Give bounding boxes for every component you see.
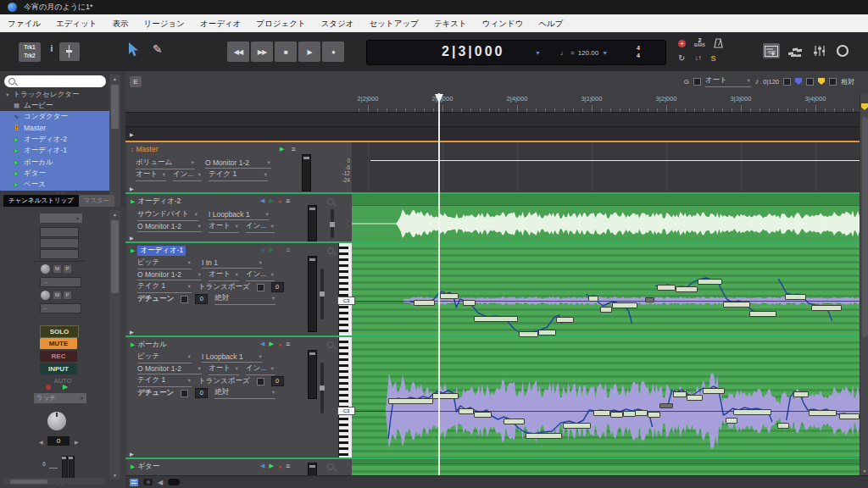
automation-dropdown[interactable]: オート▼ bbox=[136, 169, 166, 181]
pitch-mode-dropdown[interactable]: 絶対▼ bbox=[214, 387, 275, 399]
pitch-note-block[interactable] bbox=[593, 410, 610, 416]
sequence-editor-icon[interactable] bbox=[763, 43, 780, 58]
transpose-value[interactable]: 0 bbox=[271, 282, 284, 292]
play-button[interactable]: ▶ bbox=[298, 42, 320, 62]
take-dropdown[interactable]: テイク 1▼ bbox=[137, 375, 192, 387]
detune-checkbox[interactable] bbox=[181, 390, 188, 397]
master-name-row[interactable]: ↕ Master bbox=[131, 145, 158, 153]
pitch-note-block[interactable] bbox=[749, 311, 776, 317]
menu-item-8[interactable]: テキスト bbox=[426, 14, 475, 32]
insert-selector-dropdown[interactable]: ▼ bbox=[40, 214, 82, 223]
play-enable-icon[interactable]: ▶ bbox=[269, 463, 273, 469]
track-volume-fader[interactable] bbox=[308, 256, 317, 332]
conductor-lane[interactable]: ▶ bbox=[125, 126, 860, 141]
sidebar-track-2[interactable]: !Master bbox=[0, 123, 109, 134]
sidebar-track-7[interactable]: ▶ベース bbox=[0, 180, 109, 191]
record-enable-button[interactable]: REC bbox=[40, 351, 77, 362]
sidebar-tab-1[interactable]: マスター bbox=[79, 195, 115, 207]
master-automation-lane[interactable] bbox=[352, 142, 860, 194]
track-menu-icon[interactable]: ≡ bbox=[286, 462, 289, 470]
volume-automation-line[interactable] bbox=[370, 160, 860, 161]
scroll-down-icon[interactable]: ▼ bbox=[109, 473, 120, 478]
zoom-lens-icon[interactable] bbox=[327, 463, 334, 470]
output-dropdown[interactable]: O Monitor 1-2▼ bbox=[137, 364, 202, 374]
menu-item-0[interactable]: ファイル bbox=[0, 14, 48, 32]
pitch-note-block[interactable] bbox=[504, 419, 525, 424]
expand-triangle-icon[interactable]: ▶ bbox=[130, 451, 134, 457]
guitar-track-header[interactable]: ▶ ギター ◀ ▶ ● ≡ bbox=[127, 459, 352, 477]
input-dropdown[interactable]: I Loopback 1▼ bbox=[202, 352, 263, 363]
menu-item-5[interactable]: プロジェクト bbox=[248, 14, 313, 32]
pitch-note-block[interactable] bbox=[459, 408, 475, 414]
pitch-note-block[interactable] bbox=[526, 433, 562, 439]
automation-mode-dropdown[interactable]: イン...▼ bbox=[246, 269, 275, 281]
pitch-note-block[interactable] bbox=[414, 300, 436, 306]
monitor-speaker-icon[interactable]: ◀ bbox=[260, 341, 264, 347]
volume-fader[interactable] bbox=[69, 456, 75, 480]
sidebar-track-3[interactable]: ▶オーディオ-2 bbox=[0, 134, 109, 145]
record-button[interactable]: ● bbox=[322, 42, 344, 62]
muted-note-block[interactable] bbox=[645, 297, 654, 302]
monitor-speaker-icon[interactable]: ◀ bbox=[260, 197, 264, 204]
editor-vertical-scrollbar[interactable]: ▼ bbox=[860, 93, 868, 475]
pitch-mode-dropdown[interactable]: 絶対▼ bbox=[214, 293, 275, 305]
track-volume-fader[interactable] bbox=[308, 463, 317, 476]
yellow-marker-icon[interactable] bbox=[818, 78, 825, 85]
mixer-icon[interactable] bbox=[810, 43, 827, 58]
fast-forward-button[interactable]: ▶▶ bbox=[251, 42, 273, 62]
automation-dropdown[interactable]: オート▼ bbox=[209, 269, 239, 281]
menu-item-2[interactable]: 表示 bbox=[105, 14, 136, 32]
pitch-note-block[interactable] bbox=[538, 330, 555, 336]
automation-play-icon[interactable]: ▶ bbox=[63, 383, 68, 391]
sidebar-horizontal-scrollbar[interactable] bbox=[2, 478, 107, 485]
send-mute-button[interactable]: M bbox=[53, 265, 61, 273]
menu-item-3[interactable]: リージョン bbox=[136, 14, 192, 32]
audio1-name-row[interactable]: ▶ オーディオ-1 bbox=[131, 246, 186, 256]
automation-mode-dropdown[interactable]: イン...▼ bbox=[246, 221, 275, 233]
slave-mode-indicator[interactable]: S bbox=[710, 54, 715, 63]
send-pre-button[interactable]: P bbox=[64, 265, 71, 273]
take-dropdown[interactable]: テイク 1▼ bbox=[137, 281, 192, 293]
time-signature[interactable]: 4 4 bbox=[637, 44, 640, 59]
master-volume-fader[interactable] bbox=[302, 154, 311, 191]
pitch-note-block[interactable] bbox=[785, 294, 806, 300]
pitch-note-block[interactable] bbox=[777, 423, 789, 429]
track-volume-fader[interactable] bbox=[308, 350, 317, 399]
detune-value[interactable]: 0 bbox=[195, 388, 208, 398]
muted-note-block[interactable] bbox=[659, 403, 673, 408]
blue-marker-icon[interactable] bbox=[795, 78, 802, 85]
sidebar-track-0[interactable]: ▤ムービー bbox=[0, 100, 109, 111]
vocal-name-row[interactable]: ▶ ボーカル bbox=[131, 340, 167, 350]
send-assign-slot[interactable]: -- bbox=[40, 303, 81, 313]
countoff-indicator[interactable]: 2 BARS bbox=[694, 38, 705, 48]
insert-slot[interactable] bbox=[40, 249, 79, 259]
mute-button[interactable]: MUTE bbox=[40, 338, 77, 349]
insert-slot[interactable] bbox=[40, 227, 79, 237]
automation-mode-dropdown[interactable]: ラッチ▼ bbox=[34, 393, 86, 403]
pitch-note-block[interactable] bbox=[563, 423, 592, 429]
zoom-lens-icon[interactable] bbox=[327, 341, 334, 348]
loop-icon[interactable]: ↻ bbox=[678, 53, 685, 63]
play-enable-icon[interactable]: ▶ bbox=[269, 247, 273, 253]
midi-editor-icon[interactable] bbox=[787, 43, 804, 58]
sidebar-track-5[interactable]: ▶ボーカル bbox=[0, 157, 109, 168]
yellow-marker-checkbox[interactable] bbox=[806, 78, 814, 86]
pitch-note-block[interactable] bbox=[733, 409, 771, 415]
note-value-icon[interactable]: ♪ bbox=[755, 77, 760, 86]
scroll-up-icon[interactable]: ▲ bbox=[109, 212, 120, 217]
meter-bridge-icon[interactable] bbox=[834, 43, 851, 58]
pan-increment-arrow[interactable]: ▶ bbox=[75, 439, 79, 445]
expand-triangle-icon[interactable]: ▶ bbox=[130, 186, 134, 191]
vocal-track-header[interactable]: ▶ ボーカル ◀ ▶ ● ≡ ピッチ▼ I Loopback 1▼ O Mon bbox=[127, 337, 352, 459]
vertical-zoom-slider[interactable] bbox=[331, 209, 334, 238]
input-dropdown[interactable]: I Loopback 1▼ bbox=[209, 210, 270, 220]
pitch-note-block[interactable] bbox=[600, 307, 612, 313]
pitch-note-block[interactable] bbox=[676, 286, 698, 292]
pitch-note-block[interactable] bbox=[635, 410, 648, 416]
monitor-speaker-icon[interactable]: ◀ bbox=[260, 247, 264, 253]
automation-record-icon[interactable] bbox=[46, 385, 51, 390]
insert-slot[interactable] bbox=[40, 238, 79, 248]
grid-button[interactable]: G bbox=[684, 78, 689, 86]
menu-item-1[interactable]: エディット bbox=[48, 14, 105, 32]
search-input[interactable] bbox=[4, 75, 106, 87]
